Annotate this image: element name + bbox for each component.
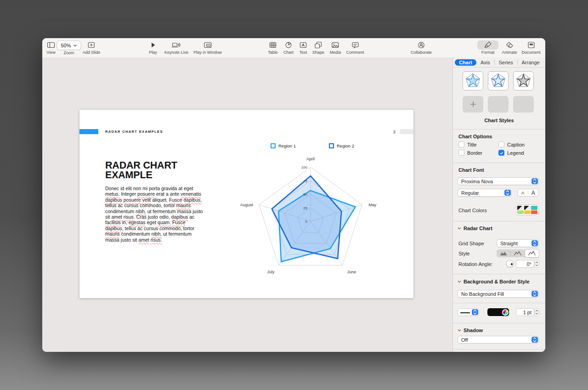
border-line-style-select[interactable] bbox=[458, 308, 479, 316]
style-line-markers-option[interactable] bbox=[525, 249, 539, 258]
divider bbox=[453, 221, 545, 221]
checkbox-legend[interactable]: Legend bbox=[498, 150, 524, 156]
tab-chart[interactable]: Chart bbox=[455, 59, 476, 66]
grid-shape-select[interactable]: Straight bbox=[497, 239, 539, 247]
line-markers-style-icon bbox=[528, 251, 536, 256]
chevron-down-icon bbox=[458, 226, 461, 230]
chart-colors-swatch[interactable] bbox=[516, 204, 539, 215]
border-width-stepper[interactable] bbox=[534, 308, 539, 316]
legend-item-region-1[interactable]: Region 1 bbox=[271, 143, 296, 148]
comment-button[interactable]: Comment bbox=[346, 40, 364, 55]
increase-font-button[interactable]: A bbox=[528, 189, 538, 196]
stepper-icon bbox=[531, 178, 538, 184]
chart-style-blue-1[interactable] bbox=[463, 71, 483, 90]
shadow-section-header[interactable]: Shadow bbox=[458, 328, 483, 333]
slide-body-text[interactable]: Donec id elit non mi porta gravida at eg… bbox=[105, 186, 203, 243]
media-button[interactable]: Media bbox=[330, 40, 341, 55]
checkbox-border[interactable]: Border bbox=[458, 150, 482, 156]
style-area-option[interactable] bbox=[497, 249, 510, 257]
chart-style-gray[interactable] bbox=[513, 71, 534, 90]
background-border-section-header[interactable]: Background & Border Style bbox=[458, 279, 530, 284]
format-button[interactable]: Format bbox=[477, 40, 498, 55]
legend-item-region-2[interactable]: Region 2 bbox=[329, 143, 354, 148]
chart-style-blue-2[interactable] bbox=[488, 71, 509, 90]
toolbar: View 50% Zoom Add Slide Play Keynote bbox=[42, 38, 545, 58]
keynote-live-button[interactable]: Keynote Live bbox=[164, 40, 188, 55]
chart-font-label: Chart Font bbox=[458, 167, 484, 173]
rotation-knob[interactable] bbox=[506, 260, 514, 267]
shadow-select[interactable]: Off bbox=[458, 336, 539, 344]
font-size-control[interactable]: A A bbox=[517, 189, 539, 197]
caption-checkbox[interactable] bbox=[498, 141, 504, 147]
text-button[interactable]: Text bbox=[298, 40, 308, 55]
chevron-up-icon bbox=[535, 261, 538, 264]
title-checkbox[interactable] bbox=[458, 141, 464, 147]
play-button[interactable]: Play bbox=[148, 40, 158, 55]
grid-shape-label: Grid Shape bbox=[458, 241, 484, 246]
check-icon bbox=[499, 151, 504, 155]
style-line-option[interactable] bbox=[511, 249, 525, 257]
divider bbox=[453, 163, 545, 163]
chevron-up-icon bbox=[535, 310, 538, 312]
shape-button[interactable]: Shape bbox=[312, 40, 324, 55]
stepper-icon bbox=[531, 291, 538, 297]
border-checkbox[interactable] bbox=[458, 150, 464, 156]
style-label: Style bbox=[458, 251, 469, 256]
tab-arrange[interactable]: Arrange bbox=[518, 59, 544, 66]
add-slide-button[interactable]: Add Slide bbox=[83, 40, 101, 55]
accent-bar bbox=[79, 129, 98, 134]
rotation-stepper[interactable] bbox=[534, 260, 539, 268]
slide[interactable]: RADAR CHART EXAMPLES 2 RADAR CHART EXAMP… bbox=[79, 110, 413, 298]
rotation-angle-field[interactable]: 0° bbox=[516, 260, 534, 268]
line-style-icon bbox=[514, 251, 522, 256]
play-in-window-button[interactable]: Play in Window bbox=[193, 40, 222, 55]
slide-eyebrow[interactable]: RADAR CHART EXAMPLES bbox=[105, 130, 163, 134]
add-chart-style-button[interactable] bbox=[463, 96, 483, 113]
text-icon bbox=[298, 40, 308, 50]
radar-chart[interactable]: 0255075100AprilMayJuneJulyAugust bbox=[231, 153, 392, 285]
checkbox-title[interactable]: Title bbox=[458, 141, 476, 147]
divider bbox=[453, 303, 545, 303]
background-fill-select[interactable]: No Background Fill bbox=[458, 290, 539, 298]
view-button[interactable]: View bbox=[46, 40, 56, 55]
keynote-live-icon bbox=[171, 40, 181, 50]
zoom-value-dropdown[interactable]: 50% bbox=[57, 40, 81, 50]
border-width-field[interactable]: 1 pt bbox=[516, 308, 534, 316]
sidebar-tabs: Chart Axis Series Arrange bbox=[453, 57, 545, 68]
decrease-font-button[interactable]: A bbox=[518, 189, 528, 196]
radar-chart-section-header[interactable]: Radar Chart bbox=[458, 226, 492, 231]
font-style-select[interactable]: Regular bbox=[458, 189, 512, 197]
slide-title[interactable]: RADAR CHART EXAMPLE bbox=[105, 161, 177, 180]
font-family-select[interactable]: Proxima Nova bbox=[458, 177, 539, 185]
zoom-control[interactable]: 50% Zoom bbox=[57, 40, 81, 55]
comment-icon bbox=[350, 40, 360, 50]
document-button[interactable]: Document bbox=[521, 40, 540, 55]
checkbox-caption[interactable]: Caption bbox=[498, 141, 525, 147]
animate-button[interactable]: Animate bbox=[502, 40, 517, 55]
chevron-down-icon bbox=[458, 328, 461, 332]
media-icon bbox=[330, 40, 340, 50]
play-icon bbox=[148, 40, 158, 50]
chart-button[interactable]: Chart bbox=[283, 40, 294, 55]
tab-axis[interactable]: Axis bbox=[476, 59, 494, 66]
tick-label: 75 bbox=[303, 179, 307, 183]
tick-label: 100 bbox=[301, 165, 308, 170]
slide-canvas[interactable]: RADAR CHART EXAMPLES 2 RADAR CHART EXAMP… bbox=[42, 57, 452, 352]
tab-series[interactable]: Series bbox=[495, 59, 517, 66]
format-sidebar: Chart Axis Series Arrange bbox=[452, 57, 545, 352]
collaborate-button[interactable]: Collaborate bbox=[411, 40, 432, 55]
color-wheel-icon[interactable] bbox=[502, 309, 509, 316]
chevron-down-icon bbox=[535, 264, 538, 266]
legend-checkbox[interactable] bbox=[498, 150, 504, 156]
play-in-window-icon bbox=[203, 40, 213, 50]
axis-label: April bbox=[306, 157, 315, 161]
document-icon bbox=[526, 40, 536, 50]
header-gray-bar bbox=[400, 129, 413, 134]
add-slide-icon bbox=[86, 40, 96, 50]
border-color-well[interactable] bbox=[487, 308, 509, 316]
axis-label: June bbox=[347, 270, 356, 274]
chart-pie-icon bbox=[283, 40, 294, 50]
table-icon bbox=[268, 40, 278, 50]
table-button[interactable]: Table bbox=[268, 40, 278, 55]
stepper-icon bbox=[472, 309, 478, 315]
